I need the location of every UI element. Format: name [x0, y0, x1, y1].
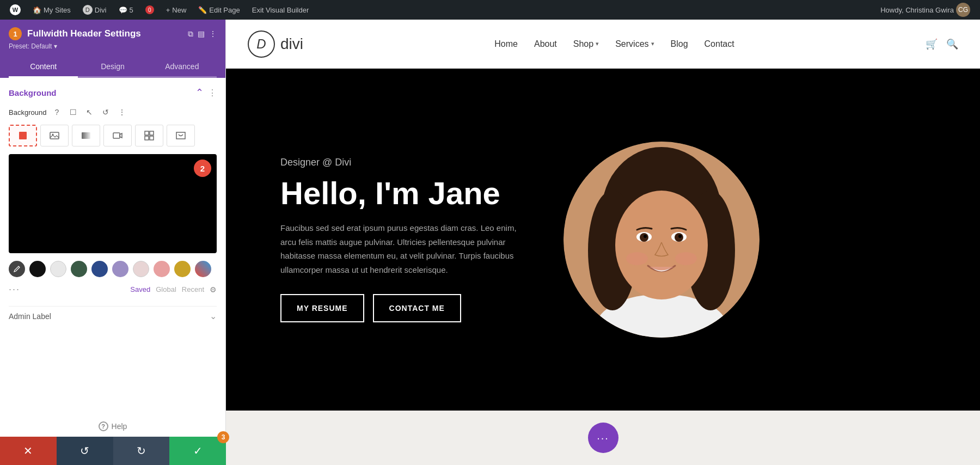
bg-gradient-btn[interactable]: [72, 125, 100, 146]
nav-contact[interactable]: Contact: [705, 39, 734, 49]
svg-rect-8: [145, 136, 149, 140]
cart-icon[interactable]: 🛒: [926, 38, 938, 50]
howdy-section[interactable]: Howdy, Christina Gwira CG: [877, 0, 973, 20]
global-tab[interactable]: Global: [156, 285, 176, 294]
bottom-gray-section: ···: [226, 411, 980, 465]
gradient-icon: [81, 130, 91, 141]
hero-content: Designer @ Divi Hello, I'm Jane Faucibus…: [280, 157, 564, 323]
nav-home-label: Home: [494, 39, 518, 49]
lavender-swatch[interactable]: [112, 261, 128, 277]
hero-subtitle: Designer @ Divi: [280, 157, 564, 168]
redo-button[interactable]: ↻: [113, 437, 170, 465]
contact-button[interactable]: CONTACT ME: [373, 294, 461, 322]
avatar: CG: [956, 3, 970, 17]
bg-mask-btn[interactable]: [167, 125, 195, 146]
admin-label-chevron: ⌄: [210, 311, 217, 321]
edit-page-button[interactable]: ✏️ Edit Page: [195, 0, 243, 20]
bg-options-icon[interactable]: ⋮: [116, 106, 128, 118]
nav-about[interactable]: About: [534, 39, 557, 49]
swatch-more-icon[interactable]: ···: [9, 284, 20, 295]
svg-point-16: [615, 191, 708, 299]
resume-button[interactable]: MY RESUME: [280, 294, 364, 322]
comments-menu[interactable]: 💬 5: [115, 0, 137, 20]
divi-menu[interactable]: D Divi: [79, 0, 110, 20]
collapse-icon[interactable]: ⌃: [195, 87, 204, 99]
gradient-swatch[interactable]: [195, 261, 211, 277]
bg-label: Background: [9, 108, 46, 117]
new-button[interactable]: + New: [163, 0, 190, 20]
check-icon: ✓: [193, 444, 203, 457]
nav-services[interactable]: Services ▾: [615, 39, 654, 49]
columns-icon[interactable]: ▤: [198, 29, 205, 38]
recent-tab[interactable]: Recent: [182, 285, 204, 294]
help-label[interactable]: Help: [112, 422, 127, 431]
step3-badge: 3: [217, 431, 229, 443]
nav-blog[interactable]: Blog: [671, 39, 688, 49]
admin-label-header[interactable]: Admin Label ⌄: [9, 306, 217, 326]
step1-badge: 1: [9, 27, 22, 40]
bg-pattern-btn[interactable]: [135, 125, 163, 146]
dark-blue-swatch[interactable]: [91, 261, 108, 277]
hero-title: Hello, I'm Jane: [280, 176, 564, 211]
bg-cursor-icon[interactable]: ↖: [83, 106, 95, 118]
svg-point-22: [678, 235, 682, 238]
background-section-header: Background ⌃ ⋮: [9, 87, 217, 99]
gold-swatch[interactable]: [174, 261, 191, 277]
copy-icon[interactable]: ⧉: [188, 29, 193, 39]
comments-badge-menu[interactable]: 0: [142, 0, 157, 20]
preset-label: Preset: Default: [9, 42, 52, 50]
site-icons: 🛒 🔍: [926, 38, 958, 50]
black-swatch[interactable]: [29, 261, 46, 277]
svg-rect-4: [113, 133, 120, 138]
swatches-footer: ··· Saved Global Recent ⚙: [9, 284, 217, 295]
hero-description: Faucibus sed sed erat ipsum purus egesta…: [280, 221, 520, 277]
search-icon[interactable]: 🔍: [946, 38, 958, 50]
section-more-icon[interactable]: ⋮: [208, 88, 217, 98]
admin-label-section: Admin Label ⌄: [9, 306, 217, 326]
my-sites-label: My Sites: [44, 6, 71, 14]
more-options-icon[interactable]: ⋮: [209, 29, 217, 38]
bottom-bar: ✕ ↺ ↻ ✓ 3: [0, 437, 226, 465]
background-section-title: Background: [9, 88, 57, 97]
svg-point-24: [675, 252, 697, 265]
tab-design[interactable]: Design: [78, 57, 147, 78]
color-preview[interactable]: 2: [9, 154, 217, 253]
white-swatch[interactable]: [50, 261, 66, 277]
site-menu: Home About Shop ▾ Services ▾ Blog Contac: [494, 39, 734, 49]
panel-title: Fullwidth Header Settings: [27, 28, 141, 39]
nav-home[interactable]: Home: [494, 39, 518, 49]
nav-services-label: Services: [615, 39, 648, 49]
undo-button[interactable]: ↺: [57, 437, 113, 465]
exit-builder-button[interactable]: Exit Visual Builder: [249, 0, 313, 20]
pink-swatch[interactable]: [154, 261, 170, 277]
light-pink-swatch[interactable]: [133, 261, 149, 277]
preset-row[interactable]: Preset: Default ▾: [9, 42, 217, 50]
color-settings-icon[interactable]: ⚙: [210, 285, 217, 294]
save-button[interactable]: ✓ 3: [169, 437, 226, 465]
svg-rect-0: [19, 132, 27, 139]
admin-label-title: Admin Label: [9, 312, 51, 321]
bg-help-icon[interactable]: ?: [51, 106, 63, 118]
wp-logo-button[interactable]: W: [7, 0, 24, 20]
purple-dots-button[interactable]: ···: [588, 423, 618, 453]
bg-video-btn[interactable]: [103, 125, 132, 146]
new-label: New: [172, 6, 186, 14]
logo-circle: D: [248, 30, 275, 58]
logo-letter: D: [256, 36, 266, 52]
tab-content[interactable]: Content: [9, 57, 78, 78]
saved-tab[interactable]: Saved: [130, 285, 150, 294]
bg-color-btn[interactable]: [9, 125, 37, 146]
bg-desktop-icon[interactable]: ☐: [67, 106, 79, 118]
svg-rect-9: [150, 136, 154, 140]
undo-icon: ↺: [80, 444, 89, 457]
tab-advanced[interactable]: Advanced: [148, 57, 217, 78]
my-sites-menu[interactable]: 🏠 My Sites: [29, 0, 74, 20]
nav-shop[interactable]: Shop ▾: [573, 39, 599, 49]
bg-reset-icon[interactable]: ↺: [100, 106, 112, 118]
right-content: D divi Home About Shop ▾ Services ▾: [226, 20, 980, 465]
bg-image-btn[interactable]: [40, 125, 69, 146]
dark-green-swatch[interactable]: [71, 261, 87, 277]
svg-point-21: [644, 235, 647, 238]
close-button[interactable]: ✕: [0, 437, 57, 465]
eyedropper-swatch[interactable]: [9, 261, 25, 277]
